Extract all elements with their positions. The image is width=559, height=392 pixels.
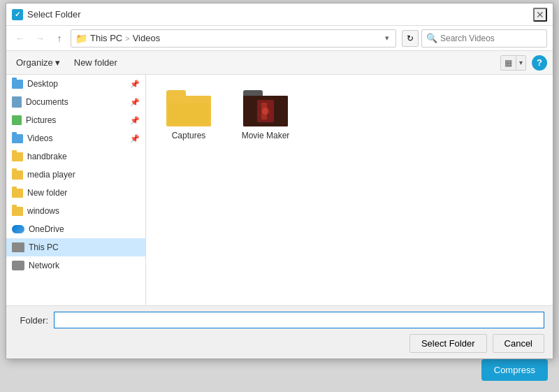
network-icon <box>12 261 24 270</box>
search-box: 🔍 <box>421 29 547 48</box>
content-area: Desktop 📌 Documents 📌 Pictures 📌 Videos … <box>6 75 553 305</box>
forward-button[interactable]: → <box>31 30 48 47</box>
folder-input[interactable] <box>54 312 544 328</box>
back-button[interactable]: ← <box>12 30 29 47</box>
sidebar-item-desktop[interactable]: Desktop 📌 <box>6 75 145 93</box>
svg-point-3 <box>262 108 269 115</box>
file-name: Captures <box>172 131 206 140</box>
select-folder-dialog: ✓ Select Folder ✕ ← → ↑ 📁 This PC > Vide… <box>6 3 553 359</box>
select-folder-button[interactable]: Select Folder <box>409 334 487 353</box>
second-toolbar: Organize ▾ New folder ▦ ▾ ? <box>6 51 553 75</box>
path-root: This PC <box>90 33 122 43</box>
file-item-movie-maker[interactable]: Movie Maker <box>234 86 297 145</box>
cancel-button[interactable]: Cancel <box>493 334 544 353</box>
movie-thumbnail <box>243 96 288 126</box>
search-icon: 🔍 <box>426 33 437 43</box>
address-chevron-icon[interactable]: ▾ <box>383 34 391 43</box>
pin-icon: 📌 <box>130 80 140 89</box>
documents-icon <box>12 96 22 108</box>
yellow-folder-icon <box>12 207 23 216</box>
sidebar-item-label: New folder <box>27 188 67 198</box>
folder-body <box>243 96 288 126</box>
captures-folder-icon <box>166 90 211 126</box>
organize-chevron-icon: ▾ <box>55 57 60 68</box>
movie-maker-folder-icon <box>243 90 288 126</box>
onedrive-icon <box>12 225 24 233</box>
yellow-folder-icon <box>12 170 23 180</box>
sidebar-item-this-pc[interactable]: This PC <box>6 238 145 256</box>
path-separator-1: > <box>125 34 129 43</box>
file-item-captures[interactable]: Captures <box>157 86 220 145</box>
files-area: Captures <box>146 75 553 305</box>
yellow-folder-icon <box>12 189 23 198</box>
sidebar: Desktop 📌 Documents 📌 Pictures 📌 Videos … <box>6 75 146 305</box>
folder-icon <box>12 80 23 89</box>
folder-inner <box>168 103 209 124</box>
refresh-button[interactable]: ↻ <box>402 30 419 47</box>
organize-label: Organize <box>16 57 53 68</box>
sidebar-item-new-folder[interactable]: New folder <box>6 184 145 202</box>
dialog-buttons: Select Folder Cancel <box>15 334 544 353</box>
title-bar-left: ✓ Select Folder <box>12 9 81 20</box>
address-bar[interactable]: 📁 This PC > Videos ▾ <box>71 29 396 48</box>
pin-icon: 📌 <box>130 134 140 143</box>
sidebar-item-onedrive[interactable]: OneDrive <box>6 220 145 238</box>
pictures-icon <box>12 115 22 125</box>
sidebar-item-label: Videos <box>27 133 52 143</box>
folder-icon-small: 📁 <box>75 33 87 44</box>
path-folder: Videos <box>133 33 161 43</box>
help-button[interactable]: ? <box>532 55 547 71</box>
view-button-group: ▦ ▾ <box>500 55 526 71</box>
movie-thumbnail-svg <box>243 96 288 126</box>
bottom-area: Folder: Select Folder Cancel <box>6 305 553 358</box>
sidebar-item-videos[interactable]: Videos 📌 <box>6 129 145 147</box>
sidebar-item-pictures[interactable]: Pictures 📌 <box>6 111 145 129</box>
app-icon: ✓ <box>12 9 23 20</box>
sidebar-item-label: This PC <box>29 242 59 252</box>
sidebar-item-label: Desktop <box>27 79 58 89</box>
sidebar-item-documents[interactable]: Documents 📌 <box>6 93 145 111</box>
view-chevron-button[interactable]: ▾ <box>516 57 525 68</box>
new-folder-button[interactable]: New folder <box>70 55 122 70</box>
up-button[interactable]: ↑ <box>51 30 68 47</box>
sidebar-item-label: Network <box>29 261 59 270</box>
folder-label: Folder: <box>15 315 48 326</box>
close-button[interactable]: ✕ <box>533 8 547 22</box>
sidebar-item-label: OneDrive <box>29 224 64 234</box>
sidebar-item-media-player[interactable]: media player <box>6 166 145 184</box>
folder-body <box>166 96 211 126</box>
organize-button[interactable]: Organize ▾ <box>12 55 64 70</box>
folder-icon <box>12 134 23 143</box>
pc-icon <box>12 242 24 252</box>
pin-icon: 📌 <box>130 98 140 107</box>
sidebar-item-label: Pictures <box>26 115 56 125</box>
title-bar: ✓ Select Folder ✕ <box>6 3 553 26</box>
sidebar-item-label: Documents <box>26 97 68 107</box>
file-name: Movie Maker <box>242 131 290 140</box>
view-tiles-button[interactable]: ▦ <box>501 56 516 70</box>
nav-toolbar: ← → ↑ 📁 This PC > Videos ▾ ↻ 🔍 <box>6 26 553 51</box>
address-path: This PC > Videos <box>90 33 380 43</box>
sidebar-item-windows[interactable]: windows <box>6 202 145 220</box>
sidebar-item-handbrake[interactable]: handbrake <box>6 147 145 166</box>
search-input[interactable] <box>440 34 542 43</box>
sidebar-item-network[interactable]: Network <box>6 256 145 275</box>
pin-icon: 📌 <box>130 116 140 125</box>
yellow-folder-icon <box>12 152 23 161</box>
dialog-title: Select Folder <box>27 9 81 20</box>
sidebar-item-label: media player <box>27 170 75 180</box>
compress-button[interactable]: Compress <box>481 359 548 381</box>
folder-input-row: Folder: <box>15 312 544 328</box>
sidebar-item-label: windows <box>27 206 59 216</box>
sidebar-item-label: handbrake <box>27 152 67 161</box>
